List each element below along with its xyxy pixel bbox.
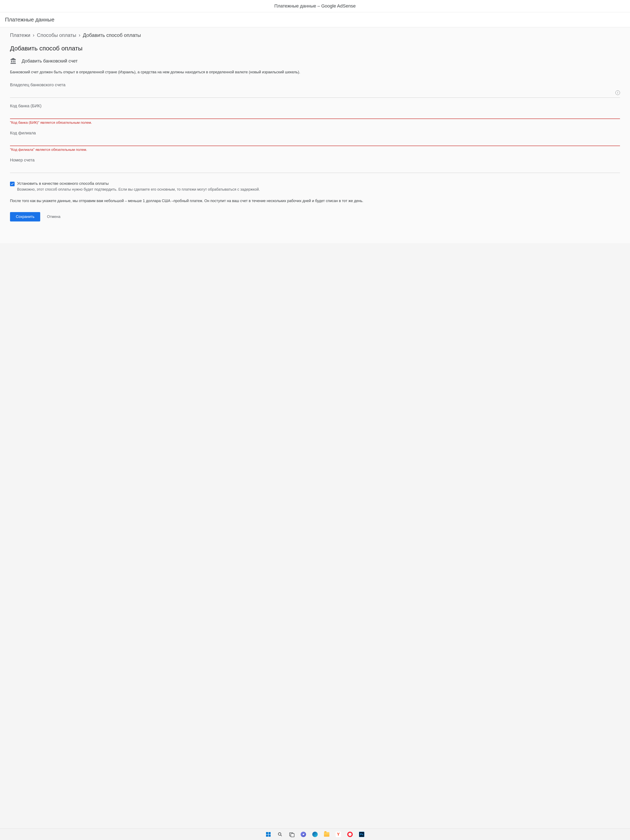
branch-code-label: Код филиала — [10, 131, 620, 136]
branch-code-error: "Код филиала" является обязательным поле… — [10, 148, 620, 152]
cancel-button[interactable]: Отмена — [45, 212, 62, 221]
breadcrumb-payments[interactable]: Платежи — [10, 32, 30, 38]
chevron-right-icon: › — [79, 32, 81, 38]
disclaimer-text: После того как вы укажете данные, мы отп… — [10, 198, 620, 204]
app-header-title: Платежные данные — [0, 12, 630, 27]
bank-icon — [10, 58, 17, 65]
account-number-input[interactable] — [10, 164, 620, 172]
bank-code-input[interactable] — [10, 110, 620, 117]
field-bank-code: Код банка (БИК) "Код банка (БИК)" являет… — [10, 104, 620, 125]
section-header: Добавить банковский счет — [10, 58, 620, 65]
field-account-number: Номер счета — [10, 158, 620, 173]
owner-label: Владелец банковского счета — [10, 82, 620, 87]
breadcrumb-payment-methods[interactable]: Способы оплаты — [37, 32, 76, 38]
bank-code-error: "Код банка (БИК)" является обязательным … — [10, 121, 620, 125]
breadcrumb-current: Добавить способ оплаты — [83, 32, 141, 38]
form-actions: Сохранить Отмена — [10, 212, 620, 221]
primary-method-label: Установить в качестве основного способа … — [17, 181, 620, 186]
primary-method-help: Возможно, этот способ оплаты нужно будет… — [17, 187, 620, 192]
field-owner: Владелец банковского счета i — [10, 82, 620, 98]
page-title: Добавить способ оплаты — [10, 45, 620, 52]
save-button[interactable]: Сохранить — [10, 212, 40, 221]
section-title: Добавить банковский счет — [22, 58, 77, 64]
info-icon[interactable]: i — [616, 90, 620, 95]
primary-method-section: Установить в качестве основного способа … — [10, 181, 620, 192]
browser-tab-title: Платежные данные – Google AdSense — [0, 0, 630, 12]
main-content: Платежи › Способы оплаты › Добавить спос… — [0, 27, 630, 243]
owner-input[interactable] — [10, 89, 616, 96]
primary-method-checkbox[interactable] — [10, 182, 14, 186]
field-branch-code: Код филиала "Код филиала" является обяза… — [10, 131, 620, 152]
chevron-right-icon: › — [33, 32, 35, 38]
account-number-label: Номер счета — [10, 158, 620, 163]
breadcrumb: Платежи › Способы оплаты › Добавить спос… — [10, 32, 620, 38]
branch-code-input[interactable] — [10, 137, 620, 144]
section-description: Банковский счет должен быть открыт в опр… — [10, 69, 620, 75]
bank-code-label: Код банка (БИК) — [10, 104, 620, 108]
